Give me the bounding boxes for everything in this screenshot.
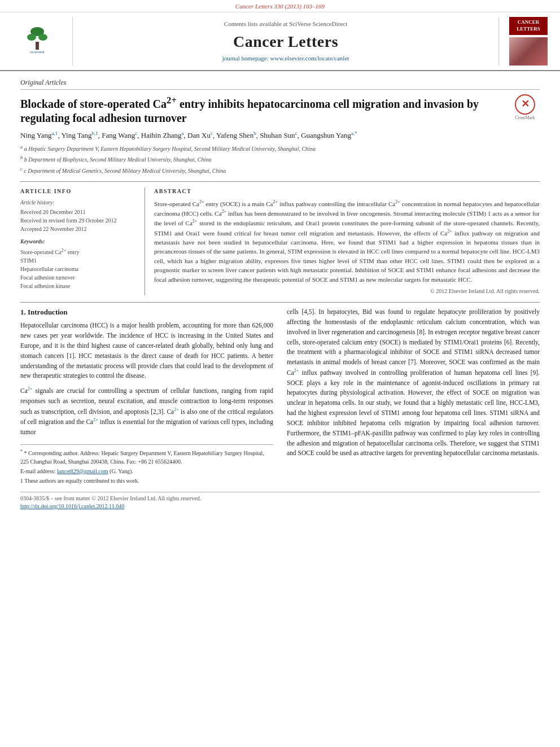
body-section: 1. Introduction Hepatocellular carcinoma… <box>20 307 540 486</box>
bottom-bar: 0304-3835/$ – see front matter © 2012 El… <box>20 492 540 510</box>
keyword-4: Focal adhesion turnover <box>20 274 133 282</box>
footnotes-area: * * Corresponding author. Address: Hepat… <box>20 444 273 485</box>
main-content: Original Articles Blockade of store-oper… <box>0 71 560 522</box>
journal-name: Cancer Letters <box>233 30 338 53</box>
sciverse-line: Contents lists available at SciVerse Sci… <box>224 20 347 28</box>
svg-rect-3 <box>36 42 39 50</box>
elsevier-tree-icon: ELSEVIER <box>23 26 52 55</box>
affiliation-c: c c Department of Medical Genetics, Seco… <box>20 165 540 176</box>
keyword-3: Hepatocellular carcinoma <box>20 265 133 273</box>
keywords-label: Keywords: <box>20 238 133 246</box>
revised-date: Received in revised form 29 October 2012 <box>20 217 133 225</box>
body-right-col: cells [4,5]. In hepatocytes, Bid was fou… <box>287 307 540 486</box>
bottom-doi: http://dx.doi.org/10.1016/j.canlet.2012.… <box>20 503 540 510</box>
journal-cover-image <box>509 37 548 65</box>
keyword-2: STIM1 <box>20 257 133 265</box>
abstract-col: ABSTRACT Store-operated Ca2+ entry (SOCE… <box>145 187 540 295</box>
crossmark-badge: ✕ CrossMark <box>510 94 540 121</box>
article-title-area: Blockade of store-operated Ca2+ entry in… <box>20 94 540 126</box>
affiliation-b: b b Department of Biophysics, Second Mil… <box>20 154 540 164</box>
bottom-copyright: 0304-3835/$ – see front matter © 2012 El… <box>20 495 540 503</box>
abstract-text: Store-operated Ca2+ entry (SOCE) is a ma… <box>154 199 540 284</box>
body-left-col: 1. Introduction Hepatocellular carcinoma… <box>20 307 273 486</box>
elsevier-logo: ELSEVIER <box>23 26 52 56</box>
article-info-col: ARTICLE INFO Article history: Received 2… <box>20 187 133 295</box>
footnote-email: E-mail address: lancet829@gmail.com (G. … <box>20 467 273 475</box>
email-link[interactable]: lancet829@gmail.com <box>57 468 108 474</box>
journal-right-badge: CANCER LETTERS <box>506 17 551 65</box>
crossmark-icon: ✕ <box>515 94 535 115</box>
crossmark-label: CrossMark <box>515 115 535 121</box>
journal-title-area: Contents lists available at SciVerse Sci… <box>72 17 499 65</box>
section-label: Original Articles <box>20 78 540 90</box>
received-date: Received 20 December 2011 <box>20 208 133 216</box>
intro-para-1: Hepatocellular carcinoma (HCC) is a majo… <box>20 321 273 381</box>
affiliation-a: a a Hepatic Surgery Department V, Easter… <box>20 143 540 154</box>
keywords-section: Keywords: Store-operated Ca2+ entry STIM… <box>20 238 133 290</box>
abstract-title: ABSTRACT <box>154 187 540 195</box>
footnote-corresponding: * * Corresponding author. Address: Hepat… <box>20 448 273 466</box>
history-label: Article history: <box>20 199 133 207</box>
article-title: Blockade of store-operated Ca2+ entry in… <box>20 94 505 126</box>
copyright-line: © 2012 Elsevier Ireland Ltd. All rights … <box>154 287 540 295</box>
journal-homepage: journal homepage: www.elsevier.com/locat… <box>222 54 349 63</box>
article-history: Article history: Received 20 December 20… <box>20 199 133 233</box>
authors-line: Ning Yanga,1, Ying Tangb,1, Fang Wangc, … <box>20 130 540 141</box>
accepted-date: Accepted 22 November 2012 <box>20 225 133 233</box>
elsevier-logo-area: ELSEVIER <box>9 17 65 65</box>
citation-bar: Cancer Letters 330 (2013) 163–169 <box>0 0 560 12</box>
intro-para-2: Ca2+ signals are crucial for controlling… <box>20 386 273 438</box>
info-abstract-section: ARTICLE INFO Article history: Received 2… <box>20 181 540 295</box>
svg-point-1 <box>27 34 36 41</box>
journal-header: ELSEVIER Contents lists available at Sci… <box>0 12 560 71</box>
article-info-title: ARTICLE INFO <box>20 187 133 195</box>
affiliations: a a Hepatic Surgery Department V, Easter… <box>20 143 540 176</box>
keyword-1: Store-operated Ca2+ entry <box>20 247 133 256</box>
section-divider <box>20 302 540 303</box>
svg-point-2 <box>38 34 47 41</box>
keyword-5: Focal adhesion kinase <box>20 282 133 290</box>
right-para-1: cells [4,5]. In hepatocytes, Bid was fou… <box>287 307 540 458</box>
citation-text: Cancer Letters 330 (2013) 163–169 <box>235 3 325 10</box>
cancer-letters-badge: CANCER LETTERS <box>509 17 548 34</box>
footnote-equal-contrib: 1 These authors are equally contributed … <box>20 477 273 485</box>
intro-heading: 1. Introduction <box>20 307 273 317</box>
svg-text:ELSEVIER: ELSEVIER <box>30 51 45 54</box>
